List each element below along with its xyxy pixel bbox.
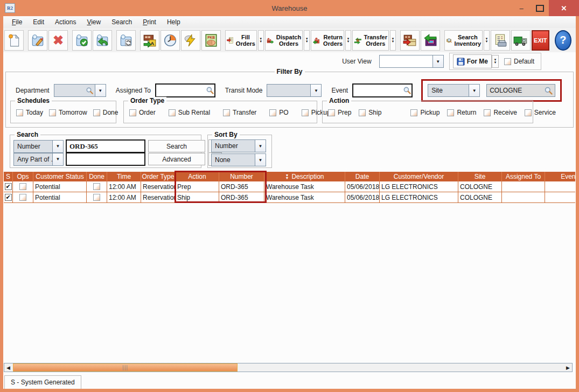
user-view-select[interactable]: ▼	[379, 55, 444, 68]
checkbox-order[interactable]: Order	[129, 109, 156, 116]
done-checkbox[interactable]	[93, 183, 100, 190]
default-checkbox-option[interactable]: Default	[504, 58, 534, 65]
delete-button[interactable]: ✖	[48, 30, 68, 51]
new-order-button[interactable]	[4, 30, 24, 51]
col-header-description[interactable]: ▼▼Description	[264, 172, 345, 181]
checkbox-service[interactable]: Service	[525, 109, 556, 116]
help-button[interactable]: ?	[555, 30, 571, 51]
department-select[interactable]: ▼	[54, 84, 106, 97]
checkbox-today[interactable]: Today	[16, 109, 43, 116]
ops-checkbox[interactable]	[19, 183, 26, 190]
col-header-s[interactable]: S	[4, 172, 13, 181]
event-input[interactable]	[352, 83, 413, 97]
menu-file[interactable]: File	[6, 17, 27, 27]
scroll-left-arrow[interactable]: ◀	[4, 363, 12, 372]
col-header-site[interactable]: Site	[458, 172, 502, 181]
checkbox-receive[interactable]: Receive	[484, 109, 517, 116]
search-icon[interactable]	[206, 86, 214, 95]
checkbox-tomorrow[interactable]: Tomorrow	[49, 109, 87, 116]
checkbox-transfer[interactable]: Transfer	[223, 109, 256, 116]
search-button[interactable]: Search	[148, 140, 205, 152]
exit-button[interactable]: EXIT	[532, 30, 549, 51]
chevron-down-icon[interactable]: ▼	[95, 85, 106, 96]
refresh-schedule-button[interactable]	[116, 30, 136, 51]
save-for-me-button[interactable]: For Me	[453, 54, 492, 68]
return-orders-dropdown[interactable]: ▼▼	[345, 30, 351, 51]
return-items-button[interactable]	[421, 30, 440, 51]
col-header-number[interactable]: Number	[219, 172, 264, 181]
pkb-button[interactable]: PKB	[201, 30, 221, 51]
col-header-assigned-to[interactable]: Assigned To	[502, 172, 545, 181]
search-inventory-button[interactable]: SearchInventory	[444, 30, 483, 51]
edit-schedule-button[interactable]	[28, 30, 47, 51]
chevron-down-icon[interactable]: ▼	[52, 141, 63, 152]
fill-orders-button[interactable]: FillOrders	[225, 30, 257, 51]
search-field-select[interactable]: Number ▼	[13, 140, 64, 153]
col-header-ops[interactable]: Ops	[13, 172, 33, 181]
col-header-action[interactable]: Action	[176, 172, 219, 181]
sort-secondary-select[interactable]: None ▼	[211, 153, 266, 166]
col-header-customer-status[interactable]: Customer Status	[33, 172, 87, 181]
system-checkbox-checked[interactable]: ✔	[5, 194, 12, 201]
table-row[interactable]: ✔ Potential 12:00 AM Reservation Prep OR…	[4, 181, 575, 192]
col-header-customer-vendor[interactable]: Customer/Vendor	[380, 172, 458, 181]
chevron-down-icon[interactable]: ▼	[432, 55, 443, 67]
horizontal-scrollbar[interactable]: ◀ ||| ▶	[4, 363, 573, 372]
advanced-button[interactable]: Advanced	[148, 153, 205, 165]
print-list-button[interactable]	[491, 30, 510, 51]
transfer-orders-button[interactable]: T TransferOrders	[352, 30, 389, 51]
menu-actions[interactable]: Actions	[50, 17, 81, 27]
checkbox-return[interactable]: Return	[447, 109, 476, 116]
menu-edit[interactable]: Edit	[27, 17, 50, 27]
chevron-down-icon[interactable]: ▼	[310, 85, 321, 96]
menu-search[interactable]: Search	[106, 17, 137, 27]
table-row[interactable]: ✔ Potential 12:00 AM Reservation Ship OR…	[4, 192, 575, 203]
scrollbar-thumb[interactable]: |||	[13, 363, 238, 372]
quick-action-button[interactable]	[181, 30, 200, 51]
menu-help[interactable]: Help	[162, 17, 186, 27]
transit-mode-select[interactable]: ▼	[267, 84, 322, 97]
search-query2-input[interactable]	[66, 152, 145, 166]
chevron-down-icon[interactable]: ▼	[52, 153, 63, 165]
chevron-down-icon[interactable]: ▼	[255, 140, 266, 152]
checkbox-sub-rental[interactable]: Sub Rental	[169, 109, 210, 116]
chevron-down-icon[interactable]: ▼	[469, 85, 479, 96]
col-header-done[interactable]: Done	[87, 172, 107, 181]
col-header-date[interactable]: Date	[345, 172, 380, 181]
checkbox-pickup-action[interactable]: Pickup	[410, 109, 440, 116]
col-header-time[interactable]: Time	[107, 172, 141, 181]
auto-assign-button[interactable]: A	[140, 30, 159, 51]
time-button[interactable]	[161, 30, 180, 51]
return-orders-button[interactable]: ReturnOrders	[311, 30, 344, 51]
checkbox-ship[interactable]: Ship	[359, 109, 381, 116]
menu-print[interactable]: Print	[137, 17, 162, 27]
receive-items-button[interactable]	[400, 30, 420, 51]
col-header-event[interactable]: Event	[545, 172, 575, 181]
checkbox-prep[interactable]: Prep	[328, 109, 351, 116]
ops-checkbox[interactable]	[19, 194, 26, 201]
search-query-input[interactable]: ORD-365	[66, 139, 145, 153]
checkbox-po[interactable]: PO	[269, 109, 288, 116]
truck-button[interactable]	[511, 30, 531, 51]
system-checkbox-checked[interactable]: ✔	[5, 183, 12, 190]
done-checkbox[interactable]	[93, 194, 100, 201]
default-checkbox[interactable]	[504, 58, 511, 65]
fill-orders-dropdown[interactable]: ▼▼	[258, 30, 264, 51]
transfer-orders-dropdown[interactable]: ▼▼	[390, 30, 396, 51]
search-icon[interactable]	[403, 86, 411, 95]
search-icon[interactable]	[544, 86, 553, 95]
site-select[interactable]: Site ▼	[428, 84, 480, 97]
for-me-dropdown[interactable]: ▼▼	[492, 55, 499, 68]
sort-primary-select[interactable]: Number ▼	[211, 139, 266, 152]
menu-view[interactable]: View	[81, 17, 106, 27]
site-value-field[interactable]: COLOGNE	[486, 84, 555, 97]
search-inventory-dropdown[interactable]: ▼▼	[484, 30, 490, 51]
col-header-order-type[interactable]: Order Type	[141, 172, 176, 181]
scroll-right-arrow[interactable]: ▶	[564, 363, 572, 372]
chevron-down-icon[interactable]: ▼	[255, 154, 266, 166]
search-match-select[interactable]: Any Part of ... ▼	[13, 153, 64, 166]
dispatch-orders-button[interactable]: DispatchOrders	[265, 30, 303, 51]
revert-schedule-button[interactable]	[93, 30, 112, 51]
checkbox-done[interactable]: Done	[93, 109, 118, 116]
confirm-schedule-button[interactable]	[72, 30, 92, 51]
